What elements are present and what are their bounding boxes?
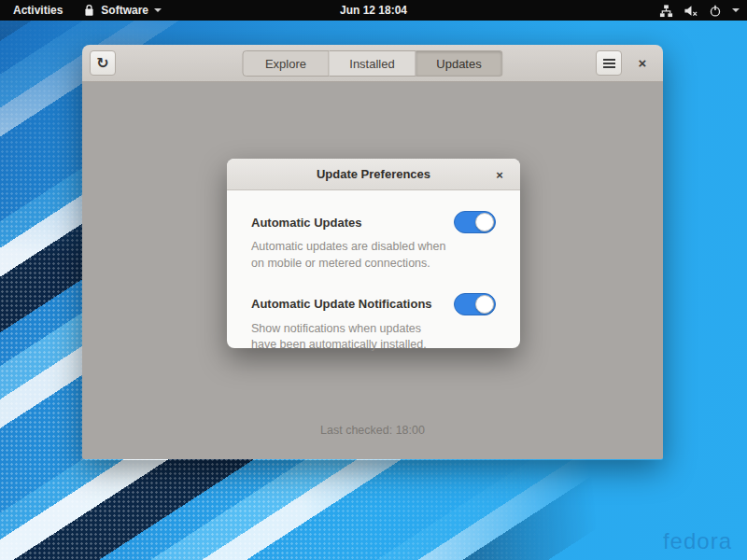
fedora-watermark: fedora [663, 528, 732, 554]
volume-muted-icon [684, 4, 698, 18]
top-bar: Activities Software Jun 12 18:04 [0, 0, 747, 21]
pref-row-automatic-updates: Automatic Updates Automatic updates are … [251, 211, 496, 273]
network-wired-icon [659, 4, 673, 18]
pref-title: Automatic Update Notifications [251, 297, 432, 311]
view-switcher: Explore Installed Updates [243, 50, 503, 77]
system-menu-chevron-icon [732, 8, 740, 12]
power-icon [709, 4, 722, 18]
software-bag-icon [83, 4, 95, 17]
headerbar: ↻ Explore Installed Updates × [82, 45, 663, 82]
toggle-knob [475, 213, 494, 231]
dialog-title: Update Preferences [317, 167, 430, 181]
pref-subtitle: Show notifications when updates have bee… [251, 321, 449, 355]
pref-row-update-notifications: Automatic Update Notifications Show noti… [251, 293, 496, 355]
last-checked-status: Last checked: 18:00 [82, 424, 663, 437]
chevron-down-icon [154, 8, 162, 12]
automatic-updates-toggle[interactable] [454, 211, 496, 233]
dialog-body: Automatic Updates Automatic updates are … [227, 190, 520, 354]
tab-updates[interactable]: Updates [416, 50, 503, 77]
pref-subtitle: Automatic updates are disabled when on m… [251, 239, 449, 273]
toggle-knob [475, 295, 494, 314]
hamburger-menu-button[interactable] [596, 50, 622, 76]
dialog-header: Update Preferences × [227, 159, 520, 190]
hamburger-icon [603, 63, 615, 64]
app-menu-button[interactable]: Software [83, 4, 162, 17]
automatic-update-notifications-toggle[interactable] [454, 293, 496, 315]
update-preferences-dialog: Update Preferences × Automatic Updates A… [227, 159, 520, 348]
refresh-button[interactable]: ↻ [90, 50, 116, 76]
system-status-area[interactable] [659, 0, 740, 21]
activities-button[interactable]: Activities [9, 4, 66, 17]
window-close-button[interactable]: × [629, 50, 655, 76]
tab-explore[interactable]: Explore [243, 50, 330, 77]
dialog-close-button[interactable]: × [488, 159, 511, 190]
pref-title: Automatic Updates [251, 216, 361, 230]
app-menu-label: Software [101, 4, 148, 17]
tab-installed[interactable]: Installed [330, 50, 416, 77]
